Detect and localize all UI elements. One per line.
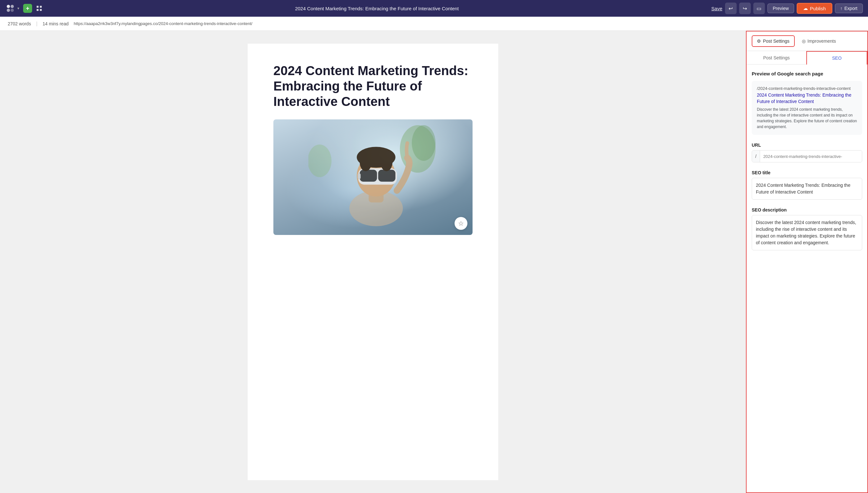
svg-rect-6 <box>37 9 39 11</box>
tab-seo[interactable]: SEO <box>806 51 867 65</box>
svg-point-0 <box>7 5 10 8</box>
favorite-button[interactable]: ☆ <box>455 217 468 230</box>
menu-grid-button[interactable] <box>36 5 42 12</box>
tab-post-settings[interactable]: Post Settings <box>747 51 806 64</box>
svg-point-2 <box>7 9 10 12</box>
editor-content: 2024 Content Marketing Trends: Embracing… <box>248 44 498 480</box>
main-layout: 2024 Content Marketing Trends: Embracing… <box>0 31 868 493</box>
sub-bar: 2702 words | 14 mins read https://aaapa2… <box>0 17 868 31</box>
undo-button[interactable]: ↩ <box>725 3 737 14</box>
url-label: URL <box>752 143 862 148</box>
redo-button[interactable]: ↪ <box>739 3 751 14</box>
google-preview-box: /2024-content-marketing-trends-interacti… <box>752 81 862 135</box>
publish-button[interactable]: ☁ Publish <box>797 3 832 14</box>
svg-rect-5 <box>40 6 42 8</box>
google-preview-section: Preview of Google search page /2024-cont… <box>752 71 862 135</box>
svg-rect-17 <box>357 173 360 179</box>
panel-content: Preview of Google search page /2024-cont… <box>747 65 867 492</box>
save-button[interactable]: Save <box>711 6 722 11</box>
desktop-icon: ▭ <box>757 5 761 12</box>
article-url-link[interactable]: https://aaapa2rrk3w3nf7y.mylandingpages.… <box>74 21 252 26</box>
url-section: URL / <box>752 143 862 163</box>
preview-description: Discover the latest 2024 content marketi… <box>757 107 857 130</box>
svg-point-19 <box>359 153 371 171</box>
nav-actions-group: Save ↩ ↪ ▭ Preview ☁ Publish ↑ Export <box>711 3 863 14</box>
post-settings-top-tab[interactable]: ⚙ Post Settings <box>752 35 795 47</box>
seo-desc-label: SEO description <box>752 207 862 213</box>
read-time: 14 mins read <box>43 21 69 26</box>
right-panel: ⚙ Post Settings ◎ Improvements Post Sett… <box>746 31 868 493</box>
preview-section-title: Preview of Google search page <box>752 71 862 77</box>
seo-title-value[interactable]: 2024 Content Marketing Trends: Embracing… <box>752 178 862 200</box>
url-prefix: / <box>752 151 760 162</box>
svg-point-1 <box>11 5 14 8</box>
improvements-top-tab[interactable]: ◎ Improvements <box>797 36 841 46</box>
seo-desc-section: SEO description Discover the latest 2024… <box>752 207 862 250</box>
improvements-icon: ◎ <box>802 39 806 44</box>
preview-title-link: 2024 Content Marketing Trends: Embracing… <box>757 92 857 105</box>
seo-title-section: SEO title 2024 Content Marketing Trends:… <box>752 170 862 200</box>
vr-person-illustration <box>308 125 438 229</box>
panel-sub-tabs: Post Settings SEO <box>747 51 867 65</box>
top-nav: ▾ + 2024 Content Marketing Trends: Embra… <box>0 0 868 17</box>
app-logo-icon <box>5 3 16 14</box>
vr-image-placeholder <box>273 120 473 235</box>
seo-title-label: SEO title <box>752 170 862 175</box>
document-title: 2024 Content Marketing Trends: Embracing… <box>46 6 707 11</box>
article-title: 2024 Content Marketing Trends: Embracing… <box>273 63 473 109</box>
preview-url: /2024-content-marketing-trends-interacti… <box>757 86 857 91</box>
seo-desc-value[interactable]: Discover the latest 2024 content marketi… <box>752 215 862 250</box>
preview-button[interactable]: Preview <box>767 3 794 13</box>
undo-icon: ↩ <box>728 5 733 12</box>
new-item-button[interactable]: + <box>23 4 32 13</box>
desktop-view-button[interactable]: ▭ <box>753 3 765 14</box>
svg-point-20 <box>380 153 392 171</box>
svg-point-10 <box>308 145 332 177</box>
grid-icon <box>36 5 42 12</box>
svg-rect-16 <box>378 170 395 182</box>
export-button[interactable]: ↑ Export <box>835 3 863 13</box>
logo-chevron-icon: ▾ <box>17 6 19 10</box>
logo-area: ▾ <box>5 3 19 14</box>
svg-rect-7 <box>40 9 42 11</box>
svg-point-9 <box>412 125 435 161</box>
url-field-group: / <box>752 150 862 163</box>
redo-icon: ↪ <box>743 5 747 12</box>
article-featured-image: ☆ <box>273 120 473 235</box>
editor-area: 2024 Content Marketing Trends: Embracing… <box>0 31 746 493</box>
panel-top-tabs: ⚙ Post Settings ◎ Improvements <box>747 31 867 51</box>
url-input[interactable] <box>760 151 862 162</box>
cloud-upload-icon: ☁ <box>803 5 808 11</box>
svg-rect-4 <box>37 6 39 8</box>
word-count: 2702 words <box>8 21 31 26</box>
upload-icon: ↑ <box>840 6 843 11</box>
svg-point-3 <box>11 9 14 12</box>
gear-icon: ⚙ <box>757 39 761 44</box>
svg-rect-15 <box>359 170 377 182</box>
